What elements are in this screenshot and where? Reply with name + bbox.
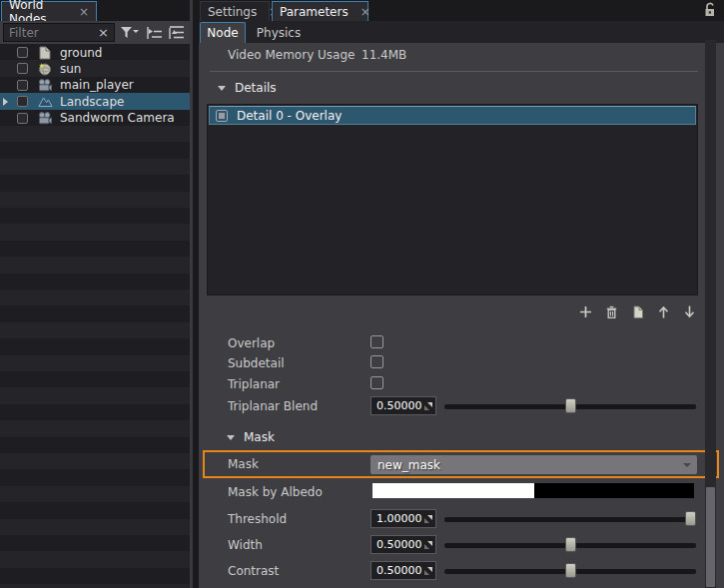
mesh-icon xyxy=(38,46,53,60)
tree-item-label: ground xyxy=(60,46,102,60)
tab-node-label: Node xyxy=(207,26,238,40)
slider-handle[interactable] xyxy=(565,398,576,413)
drag-spinner-icon[interactable] xyxy=(423,514,433,524)
slider-handle[interactable] xyxy=(565,537,576,552)
parameters-panel: Settings × Parameters × Node Physics Vid… xyxy=(199,0,724,588)
video-memory-usage-value: 11.4MB xyxy=(362,48,406,62)
node-enabled-checkbox[interactable] xyxy=(17,63,28,74)
overlap-label: Overlap xyxy=(228,336,275,350)
triplanar-blend-label: Triplanar Blend xyxy=(228,399,318,413)
tab-world-nodes[interactable]: World Nodes × xyxy=(1,1,97,21)
tab-physics-label: Physics xyxy=(257,26,301,40)
width-value: 0.50000 xyxy=(376,538,422,551)
terrain-icon xyxy=(38,95,53,109)
delete-detail-button[interactable] xyxy=(603,303,620,320)
node-enabled-checkbox[interactable] xyxy=(17,96,28,107)
sun-light-icon xyxy=(38,62,53,76)
world-nodes-panel: World Nodes × Filter × xyxy=(0,0,193,588)
detail-item-label: Detail 0 - Overlay xyxy=(237,109,342,123)
filter-toolbar: Filter × xyxy=(0,21,190,44)
clone-detail-button[interactable] xyxy=(629,303,646,320)
triplanar-blend-field[interactable]: 0.50000 xyxy=(370,396,436,415)
details-toolbar xyxy=(207,303,698,320)
subdetail-label: Subdetail xyxy=(228,356,285,370)
triplanar-blend-slider[interactable] xyxy=(444,397,696,415)
camera-icon xyxy=(38,111,53,125)
node-enabled-checkbox[interactable] xyxy=(17,113,28,124)
contrast-slider[interactable] xyxy=(444,562,696,580)
tree-item-main-player[interactable]: main_player xyxy=(0,77,190,94)
tree-item-sandworm-camera[interactable]: Sandworm Camera xyxy=(0,110,190,127)
plus-icon xyxy=(578,304,593,319)
vertical-scrollbar[interactable] xyxy=(705,40,716,588)
collapse-hierarchy-icon xyxy=(169,26,185,40)
width-slider[interactable] xyxy=(444,536,696,554)
mask-dropdown-value: new_mask xyxy=(377,458,440,472)
tab-parameters-label: Parameters xyxy=(280,5,349,19)
filter-placeholder: Filter xyxy=(9,26,39,40)
tree-item-ground[interactable]: ground xyxy=(0,44,190,61)
mask-section-header[interactable]: Mask xyxy=(227,430,275,444)
contrast-field[interactable]: 0.50000 xyxy=(370,561,436,580)
overlap-checkbox[interactable] xyxy=(370,335,383,348)
tree-item-sun[interactable]: sun xyxy=(0,60,190,77)
tree-item-landscape[interactable]: Landscape xyxy=(0,93,190,110)
camera-icon xyxy=(38,78,53,92)
tab-parameters[interactable]: Parameters × xyxy=(272,1,368,21)
contrast-value: 0.50000 xyxy=(376,564,422,577)
drag-spinner-icon[interactable] xyxy=(423,540,433,550)
drag-spinner-icon[interactable] xyxy=(423,566,433,576)
threshold-slider[interactable] xyxy=(444,510,696,528)
expander-arrow-icon[interactable] xyxy=(3,98,8,106)
chevron-down-icon xyxy=(683,463,691,467)
details-list[interactable]: Detail 0 - Overlay xyxy=(207,104,698,295)
threshold-value: 1.00000 xyxy=(376,512,422,525)
contrast-label: Contrast xyxy=(228,564,279,578)
filter-input[interactable]: Filter × xyxy=(3,23,115,42)
node-enabled-checkbox[interactable] xyxy=(17,80,28,91)
chevron-down-icon xyxy=(218,86,226,91)
subdetail-checkbox[interactable] xyxy=(370,355,383,368)
tab-settings[interactable]: Settings × xyxy=(200,1,270,21)
world-nodes-tabbar: World Nodes × xyxy=(0,0,190,21)
parameters-tabbar: Settings × Parameters × xyxy=(199,0,724,21)
node-enabled-checkbox[interactable] xyxy=(17,47,28,58)
arrow-down-icon xyxy=(682,304,697,319)
width-label: Width xyxy=(228,538,263,552)
detail-list-item[interactable]: Detail 0 - Overlay xyxy=(209,106,696,125)
mask-dropdown[interactable]: new_mask xyxy=(370,455,697,474)
details-section-header[interactable]: Details xyxy=(218,81,277,95)
tree-item-label: Sandworm Camera xyxy=(60,111,175,125)
funnel-icon xyxy=(120,26,140,39)
drag-spinner-icon[interactable] xyxy=(423,401,433,411)
mask-by-albedo-gradient[interactable] xyxy=(372,483,694,498)
tab-physics[interactable]: Physics xyxy=(248,22,310,43)
move-up-button[interactable] xyxy=(655,303,672,320)
slider-handle[interactable] xyxy=(565,563,576,578)
mask-label: Mask xyxy=(228,457,259,471)
filter-options-button[interactable] xyxy=(118,23,142,43)
tab-node[interactable]: Node xyxy=(200,22,246,43)
threshold-field[interactable]: 1.00000 xyxy=(370,509,436,528)
unlock-icon[interactable] xyxy=(701,1,718,22)
node-tree[interactable]: ground sun ma xyxy=(0,44,190,588)
tab-settings-label: Settings xyxy=(208,5,257,19)
triplanar-checkbox[interactable] xyxy=(370,376,383,389)
detail-enabled-checkbox[interactable] xyxy=(216,110,228,122)
close-icon[interactable]: × xyxy=(79,6,89,18)
triplanar-label: Triplanar xyxy=(228,377,280,391)
move-down-button[interactable] xyxy=(681,303,698,320)
slider-handle[interactable] xyxy=(685,511,696,526)
add-detail-button[interactable] xyxy=(577,303,594,320)
tree-item-label: sun xyxy=(60,62,81,76)
video-memory-usage-label: Video Memory Usage xyxy=(228,48,355,62)
chevron-down-icon xyxy=(227,435,235,440)
clear-filter-icon[interactable]: × xyxy=(98,26,109,39)
collapse-hierarchy-button[interactable] xyxy=(168,23,187,43)
width-field[interactable]: 0.50000 xyxy=(370,535,436,554)
mask-section-label: Mask xyxy=(244,430,275,444)
close-icon[interactable]: × xyxy=(361,6,370,18)
scrollbar-thumb[interactable] xyxy=(706,487,715,587)
expand-hierarchy-button[interactable] xyxy=(145,23,164,43)
slider-track[interactable] xyxy=(444,517,696,522)
